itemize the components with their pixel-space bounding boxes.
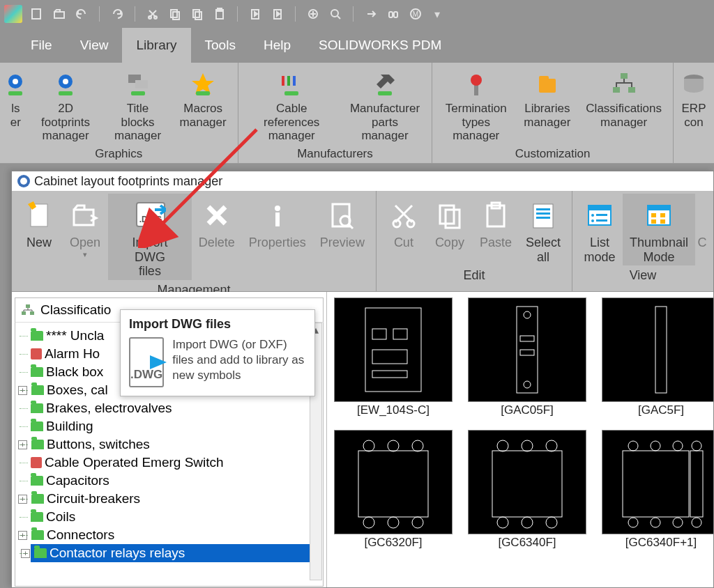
svg-point-92 <box>546 440 557 451</box>
folder-icon <box>31 403 43 413</box>
menu-help[interactable]: Help <box>250 28 305 63</box>
paste-button[interactable]: Paste <box>473 194 519 265</box>
m-icon[interactable]: M <box>408 6 423 22</box>
copy2-icon[interactable] <box>190 6 205 22</box>
tree-item[interactable]: Brakes, electrovalves <box>31 399 321 417</box>
thumbnail[interactable]: [GC6340F] <box>468 430 586 550</box>
menu-tools[interactable]: Tools <box>191 28 250 63</box>
tree-item[interactable]: +Buttons, switches <box>31 435 321 454</box>
symbols-manager-button[interactable]: lser <box>6 65 26 144</box>
redo-icon[interactable] <box>109 6 125 22</box>
svg-point-94 <box>522 517 533 528</box>
undo-icon[interactable] <box>74 6 89 22</box>
libraries-manager-button[interactable]: Librariesmanager <box>518 65 576 144</box>
toolbar-group-view: Listmode ThumbnailMode C View <box>572 191 713 291</box>
svg-point-12 <box>331 10 338 17</box>
quick-access-toolbar: M ▾ <box>0 0 714 28</box>
svg-rect-32 <box>539 79 556 93</box>
zoom-icon[interactable] <box>328 6 343 22</box>
2d-footprints-button[interactable]: 2D footprintsmanager <box>30 65 102 144</box>
svg-rect-96 <box>623 451 689 517</box>
svg-rect-22 <box>59 91 73 95</box>
tree-item[interactable]: Coils <box>31 508 321 526</box>
svg-rect-81 <box>655 307 667 393</box>
svg-point-93 <box>497 517 508 528</box>
dropdown-icon[interactable]: ▾ <box>434 8 440 21</box>
svg-rect-49 <box>446 210 459 228</box>
macros-manager-button[interactable]: Macrosmanager <box>174 65 232 144</box>
thumbnail[interactable]: [EW_104S-C] <box>334 297 453 417</box>
c-button[interactable]: C <box>695 194 709 265</box>
menu-solidworks-pdm[interactable]: SOLIDWORKS PDM <box>305 28 455 63</box>
cabinet-layout-dialog: Cabinet layout footprints manager New Op… <box>11 171 714 588</box>
svg-rect-69 <box>22 311 26 315</box>
termination-types-button[interactable]: Terminationtypes manager <box>438 65 514 144</box>
tree-item[interactable]: +Contactor relays relays <box>31 544 321 562</box>
thumbnail[interactable]: [GC6320F] <box>334 430 453 550</box>
svg-rect-61 <box>596 219 607 222</box>
zoom-fit-icon[interactable] <box>305 6 321 22</box>
svg-rect-80 <box>520 350 534 355</box>
svg-point-47 <box>407 220 414 227</box>
svg-point-105 <box>692 518 701 527</box>
new-button[interactable]: New <box>16 194 62 280</box>
ribbon-group-label: Graphics <box>95 144 142 165</box>
svg-rect-28 <box>284 91 298 95</box>
new-icon[interactable] <box>29 6 45 22</box>
select-all-button[interactable]: Selectall <box>519 194 568 265</box>
svg-rect-70 <box>30 311 34 315</box>
menu-file[interactable]: File <box>17 28 66 63</box>
folder-icon <box>31 512 43 522</box>
group-label-view: View <box>630 265 657 287</box>
svg-rect-63 <box>648 206 670 210</box>
tree-item[interactable]: Capacitors <box>31 472 321 490</box>
cut-button[interactable]: Cut <box>381 194 427 265</box>
next-icon[interactable] <box>270 6 285 22</box>
folder-icon <box>31 476 43 486</box>
folder-icon <box>34 548 47 558</box>
menu-view[interactable]: View <box>66 28 123 63</box>
classifications-manager-button[interactable]: Classificationsmanager <box>580 65 667 144</box>
erp-connection-button[interactable]: ERPcon <box>679 65 708 156</box>
svg-point-104 <box>673 518 683 527</box>
paste-icon[interactable] <box>212 6 227 22</box>
copy-button[interactable]: Copy <box>427 194 473 265</box>
import-dwg-button[interactable]: .DWG Import DWGfiles <box>108 194 192 280</box>
title-blocks-button[interactable]: Title blocksmanager <box>106 65 170 144</box>
tree-item[interactable]: Building <box>31 417 321 435</box>
svg-rect-5 <box>193 10 199 17</box>
copy-icon[interactable] <box>167 6 183 22</box>
svg-point-86 <box>363 517 374 528</box>
cut-icon[interactable] <box>145 6 160 22</box>
thumbnail[interactable]: [GAC5F] <box>602 297 713 417</box>
thumbnail-mode-button[interactable]: ThumbnailMode <box>623 194 695 265</box>
cable-references-button[interactable]: Cable referencesmanager <box>244 65 340 144</box>
list-mode-button[interactable]: Listmode <box>577 194 623 265</box>
thumbnail[interactable]: [GAC05F] <box>468 297 586 417</box>
open-button[interactable]: Open▾ <box>62 194 108 280</box>
svg-rect-65 <box>660 213 665 217</box>
menu-library[interactable]: Library <box>122 28 190 63</box>
svg-point-103 <box>651 518 660 527</box>
properties-button[interactable]: Properties <box>242 194 313 280</box>
binoculars-icon[interactable] <box>386 6 401 22</box>
tree-item[interactable]: +Connectors <box>31 526 321 544</box>
svg-rect-6 <box>195 12 202 20</box>
thumbnail[interactable]: [GC6340F+1] <box>602 430 713 550</box>
open-icon[interactable] <box>52 6 67 22</box>
svg-rect-66 <box>651 219 656 224</box>
prev-icon[interactable] <box>248 6 263 22</box>
tree-item[interactable]: +Circuit-breakers <box>31 490 321 508</box>
preview-button[interactable]: Preview <box>313 194 372 280</box>
manufacturer-parts-button[interactable]: Manufacturerparts manager <box>344 65 427 144</box>
nav-icon[interactable] <box>363 6 379 22</box>
folder-icon <box>31 530 44 540</box>
folder-icon <box>31 367 43 377</box>
delete-button[interactable]: Delete <box>192 194 242 280</box>
svg-rect-3 <box>171 10 177 17</box>
tree-item[interactable]: Cable Operated Emerg Switch <box>31 454 321 472</box>
svg-point-21 <box>63 79 68 84</box>
svg-point-95 <box>546 517 557 528</box>
svg-rect-75 <box>372 371 407 378</box>
svg-point-91 <box>522 440 533 451</box>
